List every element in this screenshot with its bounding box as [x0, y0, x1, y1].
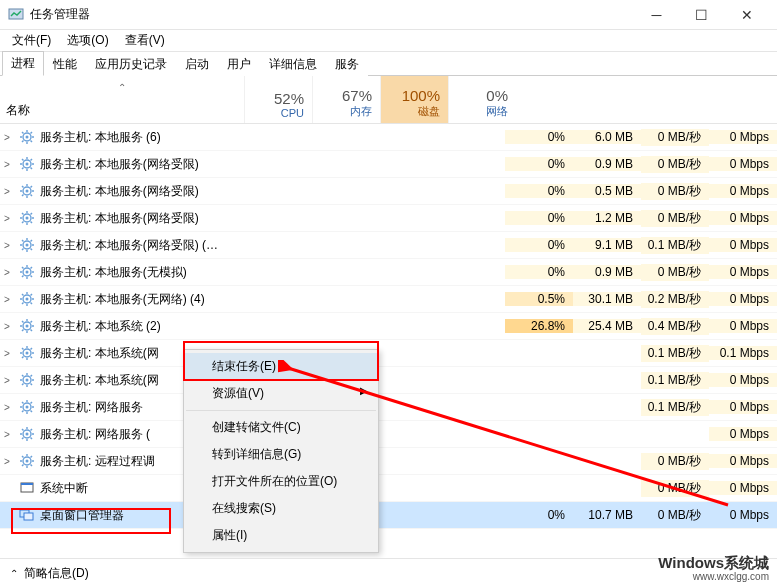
- cell-network: 0 Mbps: [709, 130, 777, 144]
- process-icon: [18, 398, 36, 416]
- svg-line-90: [31, 348, 33, 350]
- svg-line-108: [31, 411, 33, 413]
- process-icon: [18, 290, 36, 308]
- svg-line-97: [22, 375, 24, 377]
- col-memory[interactable]: 67% 内存: [312, 76, 380, 123]
- svg-line-98: [31, 384, 33, 386]
- cell-memory: 6.0 MB: [573, 130, 641, 144]
- svg-rect-134: [24, 513, 33, 520]
- svg-line-120: [31, 429, 33, 431]
- process-icon: [18, 317, 36, 335]
- minimize-button[interactable]: ─: [634, 1, 679, 29]
- svg-line-18: [31, 168, 33, 170]
- ctx-properties[interactable]: 属性(I): [184, 522, 378, 549]
- svg-line-40: [31, 213, 33, 215]
- col-name[interactable]: ⌃ 名称: [0, 76, 244, 123]
- expand-icon[interactable]: >: [0, 456, 14, 467]
- expand-icon[interactable]: >: [0, 294, 14, 305]
- svg-line-60: [31, 267, 33, 269]
- expand-icon[interactable]: >: [0, 402, 14, 413]
- expand-icon[interactable]: >: [0, 267, 14, 278]
- process-icon: [18, 506, 36, 524]
- table-row[interactable]: >服务主机: 本地服务(无网络) (4)0.5%30.1 MB0.2 MB/秒0…: [0, 286, 777, 313]
- svg-line-79: [22, 330, 24, 332]
- expand-icon[interactable]: >: [0, 213, 14, 224]
- maximize-button[interactable]: ☐: [679, 1, 724, 29]
- col-disk[interactable]: 100% 磁盘: [380, 76, 448, 123]
- svg-line-57: [22, 267, 24, 269]
- svg-line-128: [31, 465, 33, 467]
- expand-icon[interactable]: >: [0, 429, 14, 440]
- expand-icon[interactable]: >: [0, 240, 14, 251]
- svg-line-135: [288, 368, 728, 505]
- tab-app-history[interactable]: 应用历史记录: [86, 52, 176, 76]
- table-row[interactable]: >服务主机: 本地服务(网络受限) (…0%9.1 MB0.1 MB/秒0 Mb…: [0, 232, 777, 259]
- cell-network: 0 Mbps: [709, 184, 777, 198]
- process-name: 服务主机: 本地服务 (6): [40, 129, 505, 146]
- close-button[interactable]: ✕: [724, 1, 769, 29]
- process-icon: [18, 371, 36, 389]
- process-name: 服务主机: 本地服务(网络受限): [40, 183, 505, 200]
- expand-icon[interactable]: >: [0, 348, 14, 359]
- tab-users[interactable]: 用户: [218, 52, 260, 76]
- svg-line-20: [31, 159, 33, 161]
- menu-options[interactable]: 选项(O): [59, 30, 116, 51]
- cell-cpu: 0%: [505, 238, 573, 252]
- expand-icon[interactable]: >: [0, 159, 14, 170]
- table-row[interactable]: >服务主机: 本地服务 (6)0%6.0 MB0 MB/秒0 Mbps: [0, 124, 777, 151]
- cell-disk: 0.1 MB/秒: [641, 345, 709, 362]
- svg-line-9: [22, 141, 24, 143]
- svg-line-8: [31, 141, 33, 143]
- svg-line-80: [31, 321, 33, 323]
- cell-memory: 30.1 MB: [573, 292, 641, 306]
- svg-line-129: [22, 465, 24, 467]
- tab-performance[interactable]: 性能: [44, 52, 86, 76]
- window-title: 任务管理器: [30, 6, 634, 23]
- svg-line-78: [31, 330, 33, 332]
- expand-icon[interactable]: >: [0, 321, 14, 332]
- brief-info-link[interactable]: 简略信息(D): [24, 565, 89, 582]
- svg-line-117: [22, 429, 24, 431]
- tab-details[interactable]: 详细信息: [260, 52, 326, 76]
- svg-line-29: [22, 195, 24, 197]
- menu-file[interactable]: 文件(F): [4, 30, 59, 51]
- tab-processes[interactable]: 进程: [2, 51, 44, 76]
- svg-line-119: [22, 438, 24, 440]
- table-row[interactable]: >服务主机: 本地服务(网络受限)0%0.9 MB0 MB/秒0 Mbps: [0, 151, 777, 178]
- tab-startup[interactable]: 启动: [176, 52, 218, 76]
- svg-line-110: [31, 402, 33, 404]
- table-row[interactable]: >服务主机: 本地服务(网络受限)0%1.2 MB0 MB/秒0 Mbps: [0, 205, 777, 232]
- svg-point-122: [26, 460, 29, 463]
- col-cpu[interactable]: 52% CPU: [244, 76, 312, 123]
- expand-icon[interactable]: >: [0, 132, 14, 143]
- table-row[interactable]: >服务主机: 本地服务(网络受限)0%0.5 MB0 MB/秒0 Mbps: [0, 178, 777, 205]
- table-row[interactable]: >服务主机: 本地系统 (2)26.8%25.4 MB0.4 MB/秒0 Mbp…: [0, 313, 777, 340]
- column-headers: ⌃ 名称 52% CPU 67% 内存 100% 磁盘 0% 网络: [0, 76, 777, 124]
- svg-point-42: [26, 244, 29, 247]
- table-row[interactable]: >服务主机: 本地服务(无模拟)0%0.9 MB0 MB/秒0 Mbps: [0, 259, 777, 286]
- svg-line-88: [31, 357, 33, 359]
- process-icon: [18, 344, 36, 362]
- menu-view[interactable]: 查看(V): [117, 30, 173, 51]
- cell-memory: 0.5 MB: [573, 184, 641, 198]
- expand-icon[interactable]: >: [0, 375, 14, 386]
- cell-cpu: 0%: [505, 130, 573, 144]
- svg-line-118: [31, 438, 33, 440]
- expand-icon[interactable]: >: [0, 186, 14, 197]
- svg-line-68: [31, 303, 33, 305]
- cell-cpu: 0%: [505, 157, 573, 171]
- tab-services[interactable]: 服务: [326, 52, 368, 76]
- col-network[interactable]: 0% 网络: [448, 76, 516, 123]
- process-icon: [18, 128, 36, 146]
- cell-memory: 0.9 MB: [573, 157, 641, 171]
- menubar: 文件(F) 选项(O) 查看(V): [0, 30, 777, 52]
- cell-disk: 0 MB/秒: [641, 264, 709, 281]
- svg-line-17: [22, 159, 24, 161]
- titlebar: 任务管理器 ─ ☐ ✕: [0, 0, 777, 30]
- cell-network: 0 Mbps: [709, 319, 777, 333]
- svg-line-99: [22, 384, 24, 386]
- cell-cpu: 26.8%: [505, 319, 573, 333]
- cell-network: 0 Mbps: [709, 238, 777, 252]
- svg-point-112: [26, 433, 29, 436]
- collapse-icon[interactable]: ⌃: [10, 568, 18, 579]
